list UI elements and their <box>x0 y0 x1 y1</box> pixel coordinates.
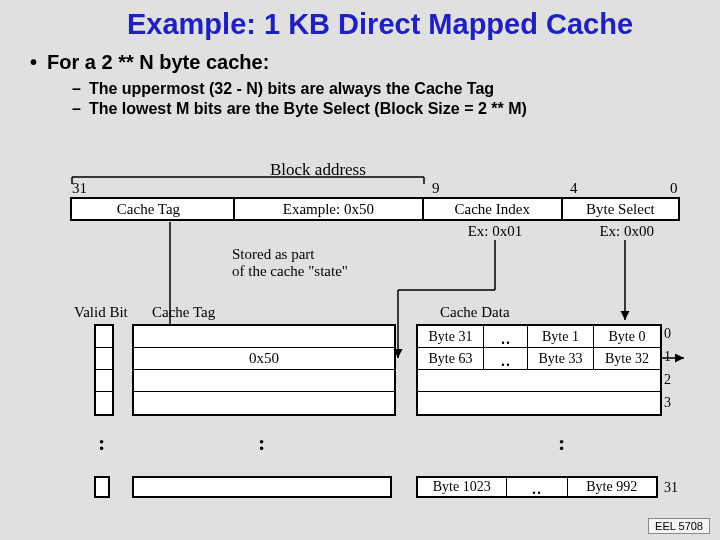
footer-course-code: EEL 5708 <box>648 518 710 534</box>
stored-note-l2: of the cache "state" <box>232 263 348 280</box>
ex-cache-index: Ex: 0x01 <box>425 223 565 240</box>
cache-data-row-1: Byte 63 .. Byte 33 Byte 32 <box>418 348 660 370</box>
address-byte-select: Byte Select <box>563 199 678 219</box>
bullet-sub-1-text: The uppermost (32 - N) bits are always t… <box>89 80 494 97</box>
cell-byte1023: Byte 1023 <box>418 478 507 496</box>
cache-tag-last <box>132 476 392 498</box>
cell-dots: .. <box>484 348 528 369</box>
cell-byte63: Byte 63 <box>418 348 484 369</box>
row-num-2: 2 <box>664 372 671 388</box>
cell-byte992: Byte 992 <box>568 478 657 496</box>
address-bar: Cache Tag Example: 0x50 Cache Index Byte… <box>70 197 680 221</box>
cache-data-row-3 <box>418 392 660 414</box>
stored-note: Stored as part of the cache "state" <box>232 246 348 279</box>
bit-tick-4: 4 <box>570 180 578 197</box>
ellipsis-icon: : <box>98 430 105 456</box>
address-cache-index: Cache Index <box>424 199 563 219</box>
row-num-1: 1 <box>664 349 671 365</box>
block-address-label: Block address <box>270 160 366 180</box>
cell-dots: .. <box>484 326 528 347</box>
cell-byte33: Byte 33 <box>528 348 594 369</box>
cell-byte31: Byte 31 <box>418 326 484 347</box>
row-num-31: 31 <box>664 480 678 496</box>
cache-data-row-2 <box>418 370 660 392</box>
address-cache-tag: Cache Tag <box>72 199 235 219</box>
row-num-0: 0 <box>664 326 671 342</box>
ellipsis-icon: : <box>258 430 265 456</box>
cache-data-row-0: Byte 31 .. Byte 1 Byte 0 <box>418 326 660 348</box>
ex-byte-select: Ex: 0x00 <box>569 223 685 240</box>
cell-dots: .. <box>507 478 568 496</box>
cache-data-table: Byte 31 .. Byte 1 Byte 0 Byte 63 .. Byte… <box>416 324 662 416</box>
cell-byte32: Byte 32 <box>594 348 660 369</box>
stored-note-l1: Stored as part <box>232 246 348 263</box>
valid-bit-label: Valid Bit <box>74 304 128 321</box>
cache-tag-value: 0x50 <box>134 348 394 370</box>
cell-byte1: Byte 1 <box>528 326 594 347</box>
address-example: Example: 0x50 <box>235 199 424 219</box>
bit-tick-9: 9 <box>432 180 440 197</box>
ellipsis-icon: : <box>558 430 565 456</box>
valid-bit-column <box>94 324 114 416</box>
cache-tag-label: Cache Tag <box>152 304 215 321</box>
cell-byte0: Byte 0 <box>594 326 660 347</box>
bullet-sub-2-text: The lowest M bits are the Byte Select (B… <box>89 100 527 117</box>
example-values: Ex: 0x01 Ex: 0x00 <box>425 223 685 240</box>
bit-tick-0: 0 <box>670 180 678 197</box>
bullet-main: •For a 2 ** N byte cache: <box>30 51 720 74</box>
slide-title: Example: 1 KB Direct Mapped Cache <box>0 0 720 41</box>
row-num-3: 3 <box>664 395 671 411</box>
bullet-sub-1: –The uppermost (32 - N) bits are always … <box>72 80 720 98</box>
cache-data-label: Cache Data <box>440 304 510 321</box>
bit-tick-31: 31 <box>72 180 87 197</box>
cache-data-last: Byte 1023 .. Byte 992 <box>416 476 658 498</box>
bullet-sub-2: –The lowest M bits are the Byte Select (… <box>72 100 720 118</box>
valid-bit-last <box>94 476 110 498</box>
bullet-main-text: For a 2 ** N byte cache: <box>47 51 269 73</box>
cache-tag-column: 0x50 <box>132 324 396 416</box>
